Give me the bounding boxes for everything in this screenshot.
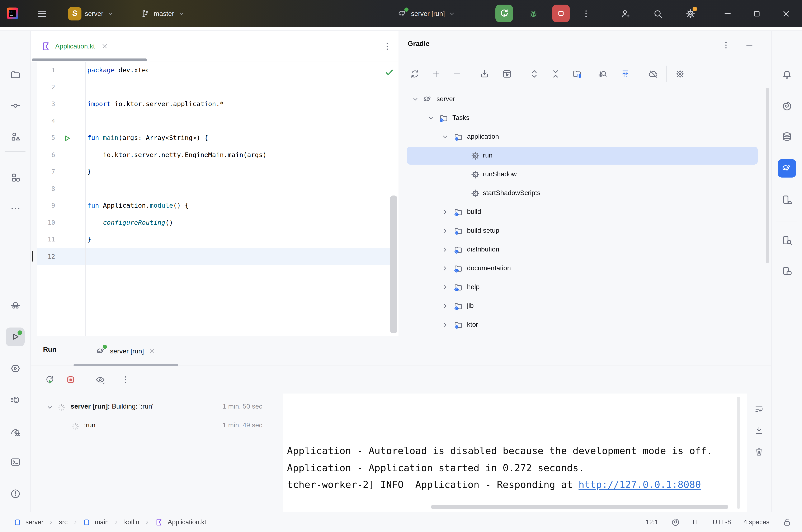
main-menu-button[interactable] <box>37 8 47 19</box>
stop-button[interactable] <box>65 374 76 385</box>
breadcrumb-item[interactable]: Application.kt <box>168 518 206 526</box>
commit-tool-button[interactable] <box>10 100 21 111</box>
code-line[interactable] <box>86 113 398 130</box>
breadcrumb-item[interactable]: server <box>25 518 43 526</box>
gradle-tree-item[interactable]: server <box>399 90 771 109</box>
rerun-button[interactable] <box>495 5 513 22</box>
gradle-tree-item[interactable]: documentation <box>399 259 771 278</box>
code-with-me-button[interactable] <box>620 8 631 19</box>
console-output[interactable]: Application - Autoreload is disabled bec… <box>283 394 747 512</box>
gradle-settings-button[interactable] <box>674 69 685 79</box>
close-button[interactable] <box>781 8 791 19</box>
encoding[interactable]: UTF-8 <box>713 518 731 526</box>
gradle-tree[interactable]: serverTasksapplicationrunrunShadowstartS… <box>399 90 771 336</box>
gradle-tree-item[interactable]: runShadow <box>399 165 771 184</box>
search-everywhere-button[interactable] <box>652 8 663 19</box>
windows-tool-button[interactable] <box>10 172 21 183</box>
gradle-tree-item[interactable]: build <box>399 203 771 222</box>
notifications-tool-button[interactable] <box>781 69 792 80</box>
gradle-scrollbar[interactable] <box>766 88 769 263</box>
gradle-tree-item[interactable]: distribution <box>399 240 771 259</box>
coverage-tool-button[interactable] <box>10 427 21 438</box>
collapse-all-button[interactable] <box>550 69 560 79</box>
device-explorer-tool-button[interactable] <box>781 235 792 246</box>
code-area[interactable]: package dev.xtecimport io.ktor.server.ap… <box>86 62 398 336</box>
offline-mode-button[interactable] <box>648 69 658 79</box>
chevron-right-icon[interactable] <box>441 283 449 291</box>
clear-console-button[interactable] <box>754 447 764 457</box>
analyze-dependencies-button[interactable] <box>597 69 607 79</box>
breadcrumb-item[interactable]: kotlin <box>124 518 139 526</box>
gradle-tree-item[interactable]: jib <box>399 297 771 316</box>
indent-style[interactable]: 4 spaces <box>744 518 769 526</box>
hide-panel-button[interactable] <box>744 40 755 50</box>
sync-button[interactable] <box>409 69 420 79</box>
group-tasks-button[interactable] <box>572 69 583 79</box>
console-vscrollbar[interactable] <box>737 397 740 509</box>
chevron-right-icon[interactable] <box>441 264 449 272</box>
run-task-button[interactable] <box>502 69 512 79</box>
tab-close-icon[interactable] <box>148 347 156 355</box>
chevron-down-icon[interactable] <box>46 403 54 412</box>
lock-open-icon[interactable] <box>782 517 792 527</box>
structure-tool-button[interactable] <box>10 131 21 142</box>
run-configuration-widget[interactable]: server [run] <box>398 8 456 19</box>
more-options-button[interactable] <box>121 375 131 384</box>
chevron-down-icon[interactable] <box>427 114 435 122</box>
add-button[interactable] <box>431 69 441 79</box>
more-tools-button[interactable] <box>10 203 21 214</box>
scroll-to-end-button[interactable] <box>754 425 764 435</box>
services-tool-button[interactable] <box>10 363 21 374</box>
chevron-right-icon[interactable] <box>441 208 449 216</box>
vcs-widget[interactable]: master <box>140 8 185 19</box>
gradle-tree-item[interactable]: help <box>399 278 771 297</box>
running-devices-tool-button[interactable] <box>781 194 792 205</box>
chevron-right-icon[interactable] <box>441 227 449 235</box>
line-ending[interactable]: LF <box>692 518 700 526</box>
layout-inspector-tool-button[interactable] <box>781 266 792 277</box>
code-line[interactable] <box>86 79 398 96</box>
code-line[interactable]: fun Application.module() { <box>86 197 398 214</box>
gradle-tree-item[interactable]: ktor <box>399 316 771 334</box>
problems-tool-button[interactable] <box>10 488 21 499</box>
gradle-tree-item[interactable]: build setup <box>399 222 771 240</box>
build-task-row[interactable]: server [run]: Building: ':run'1 min, 50 … <box>31 399 283 417</box>
minimize-button[interactable] <box>723 8 733 19</box>
caret-position[interactable]: 12:1 <box>646 518 658 526</box>
gradle-tree-item[interactable]: run <box>399 146 771 165</box>
build-task-row[interactable]: :run1 min, 49 sec <box>31 417 283 436</box>
chevron-right-icon[interactable] <box>441 302 449 310</box>
gradle-tree-item[interactable]: application <box>399 128 771 146</box>
gradle-options-button[interactable] <box>721 40 731 50</box>
code-line[interactable]: } <box>86 163 398 180</box>
build-task-tree[interactable]: server [run]: Building: ':run'1 min, 50 … <box>31 394 283 512</box>
code-line[interactable] <box>86 180 398 197</box>
rerun-button[interactable] <box>44 374 55 385</box>
database-tool-button[interactable] <box>781 131 792 142</box>
stop-button[interactable] <box>552 5 570 22</box>
run-tab[interactable]: server [run] <box>74 336 178 366</box>
chevron-down-icon[interactable] <box>441 133 449 141</box>
code-line[interactable]: } <box>86 231 398 248</box>
editor-body[interactable]: 123456789101112 package dev.xtecimport i… <box>31 62 398 336</box>
console-hscrollbar[interactable] <box>431 505 728 509</box>
breadcrumb-item[interactable]: main <box>95 518 109 526</box>
editor-options-button[interactable] <box>382 41 392 51</box>
gradle-tree-item[interactable]: startShadowScripts <box>399 184 771 203</box>
tab-close-icon[interactable] <box>101 42 109 50</box>
code-line[interactable]: import io.ktor.server.application.* <box>86 96 398 113</box>
editor-tab[interactable]: Application.kt <box>32 31 147 61</box>
show-options-button[interactable] <box>95 374 106 385</box>
code-line[interactable]: io.ktor.server.netty.EngineMain.main(arg… <box>86 147 398 163</box>
maximize-button[interactable] <box>752 9 762 18</box>
code-line[interactable]: fun main(args: Array<String>) { <box>86 130 398 147</box>
gradle-tree-item[interactable]: Tasks <box>399 109 771 128</box>
inspections-ok-icon[interactable] <box>384 67 395 78</box>
chevron-right-icon[interactable] <box>441 246 449 253</box>
console-link[interactable]: http://127.0.0.1:8080 <box>578 479 701 490</box>
remove-button[interactable] <box>452 69 462 79</box>
project-widget[interactable]: S server <box>68 7 114 20</box>
expand-all-button[interactable] <box>529 69 539 79</box>
editor-scrollbar[interactable] <box>390 195 397 334</box>
download-sources-button[interactable] <box>479 69 490 79</box>
